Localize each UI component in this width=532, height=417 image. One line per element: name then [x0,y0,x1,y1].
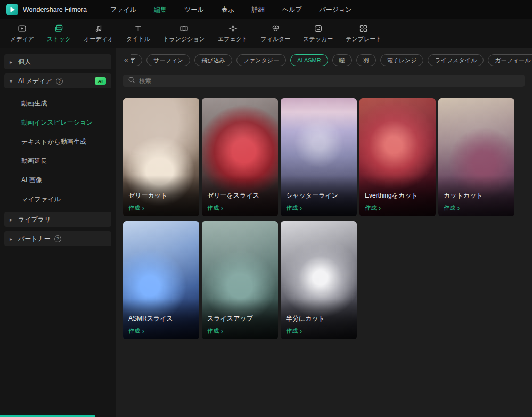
title-icon [134,24,143,33]
card-info: ゼリーをスライス 作成 › [202,175,278,216]
card-title: シャッターライン [286,191,351,200]
card-title: 半分にカット [286,314,351,323]
app-window: Wondershare Filmora ファイル 編集 ツール 表示 詳細 ヘル… [0,0,532,417]
create-button[interactable]: 作成 › [286,204,351,212]
toolbar: メディア ストック オーディオ [0,19,532,48]
create-label: 作成 [286,204,298,212]
template-card[interactable]: ゼリーをスライス 作成 › [202,98,278,216]
template-grid: ゼリーカット 作成 › ゼリーをスライス 作成 › [123,98,532,339]
create-button[interactable]: 作成 › [128,204,194,212]
create-button[interactable]: 作成 › [365,204,430,212]
menu-file[interactable]: ファイル [107,4,140,16]
sidebar-section-partner[interactable]: ▸ パートナー ? [4,231,111,246]
sidebar-item-my-files[interactable]: マイファイル [0,190,116,209]
create-button[interactable]: 作成 › [444,204,509,212]
chevron-right-icon: › [300,205,302,211]
create-button[interactable]: 作成 › [207,327,273,335]
sidebar-section-ai-media[interactable]: ▾ AI メディア ? AI [4,73,111,88]
template-card[interactable]: ゼリーカット 作成 › [123,98,199,216]
tab-audio[interactable]: オーディオ [79,22,118,45]
card-info: ゼリーカット 作成 › [123,175,199,216]
card-info: 半分にカット 作成 › [281,298,357,339]
search-bar [123,75,525,87]
tab-filters[interactable]: フィルター [256,22,295,45]
sidebar-section-library[interactable]: ▸ ライブラリ [4,212,111,227]
card-info: シャッターライン 作成 › [281,175,357,216]
chips-scroll-left-icon[interactable]: « [123,54,129,66]
filter-chip[interactable]: 字 [131,54,142,66]
tab-label: タイトル [126,35,150,43]
card-title: ASMRスライス [128,314,194,323]
filter-chip[interactable]: 飛び込み [194,54,232,66]
card-info: ASMRスライス 作成 › [123,298,199,339]
filter-chip[interactable]: 電子レンジ [380,54,424,66]
menu-view[interactable]: 表示 [218,4,238,16]
tab-label: テンプレート [346,35,381,43]
template-card[interactable]: スライスアップ 作成 › [202,221,278,339]
menu-version[interactable]: バージョン [316,4,355,16]
effects-icon [228,24,238,33]
main-area: ▸ 個人 ▾ AI メディア ? AI 動画生成 動画インスピレーション テキス… [0,48,532,417]
search-icon [128,76,135,86]
filter-chip[interactable]: 瞳 [332,54,352,66]
filter-chip[interactable]: ファンタジー [236,54,286,66]
menu-advanced[interactable]: 詳細 [249,4,268,16]
tab-stickers[interactable]: ステッカー [298,22,338,45]
template-card[interactable]: Everthingをカット 作成 › [359,98,436,216]
search-input[interactable] [139,78,520,84]
template-card[interactable]: ASMRスライス 作成 › [123,221,199,339]
section-label: パートナー [18,234,51,243]
tab-label: ストック [47,35,71,43]
template-card[interactable]: シャッターライン 作成 › [281,98,357,216]
ai-badge: AI [95,77,107,85]
card-title: ゼリーカット [128,191,194,200]
tab-effects[interactable]: エフェクト [213,22,252,45]
sidebar-item-ai-image[interactable]: AI 画像 [0,170,116,190]
template-card[interactable]: 半分にカット 作成 › [281,221,357,339]
titlebar: Wondershare Filmora ファイル 編集 ツール 表示 詳細 ヘル… [0,0,532,19]
help-icon[interactable]: ? [56,78,63,85]
card-info: カットカット 作成 › [438,175,514,216]
caret-right-icon: ▸ [10,236,18,242]
transition-icon [179,24,189,33]
sidebar-section-personal[interactable]: ▸ 個人 [4,54,111,69]
create-button[interactable]: 作成 › [286,327,351,335]
template-card[interactable]: カットカット 作成 › [438,98,514,216]
tab-label: フィルター [260,35,290,43]
sidebar-item-video-inspiration[interactable]: 動画インスピレーション [0,113,116,132]
tab-label: トランジション [163,35,205,43]
card-info: Everthingをカット 作成 › [359,175,436,216]
sidebar-item-video-generation[interactable]: 動画生成 [0,94,116,113]
menu-tools[interactable]: ツール [181,4,207,16]
tab-titles[interactable]: タイトル [121,22,155,45]
filter-chip[interactable]: ガーフィールド [488,54,532,66]
menu-help[interactable]: ヘルプ [279,4,305,16]
caret-right-icon: ▸ [10,217,18,223]
filter-chip[interactable]: 羽 [356,54,376,66]
app-title: Wondershare Filmora [23,6,87,13]
filter-chip[interactable]: サーフィン [146,54,190,66]
sidebar-item-text-to-video[interactable]: テキストから動画生成 [0,132,116,151]
create-label: 作成 [207,204,219,212]
media-icon [18,24,27,33]
section-label: AI メディア [18,77,52,86]
tab-media[interactable]: メディア [5,22,39,45]
sidebar: ▸ 個人 ▾ AI メディア ? AI 動画生成 動画インスピレーション テキス… [0,48,116,417]
tab-transitions[interactable]: トランジション [158,22,210,45]
caret-down-icon: ▾ [10,78,18,84]
filter-chip-selected[interactable]: AI ASMR [290,54,328,66]
sidebar-item-video-extension[interactable]: 動画延長 [0,151,116,170]
card-title: スライスアップ [207,314,273,323]
tab-stock[interactable]: ストック [42,22,76,45]
create-button[interactable]: 作成 › [207,204,273,212]
card-info: スライスアップ 作成 › [202,298,278,339]
caret-right-icon: ▸ [10,59,18,65]
menu-edit[interactable]: 編集 [151,4,170,16]
help-icon[interactable]: ? [54,235,61,242]
menubar: ファイル 編集 ツール 表示 詳細 ヘルプ バージョン [107,4,355,16]
create-label: 作成 [207,327,219,335]
tab-templates[interactable]: テンプレート [341,22,386,45]
tab-label: エフェクト [218,35,248,43]
create-button[interactable]: 作成 › [128,327,194,335]
filter-chip[interactable]: ライフスタイル [428,54,484,66]
